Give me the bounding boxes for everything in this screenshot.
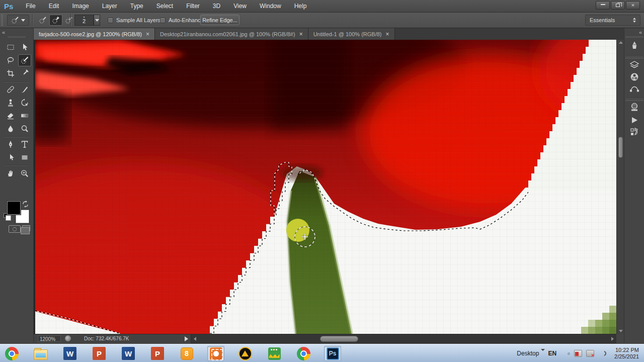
tool-crop[interactable] bbox=[4, 67, 17, 79]
canvas-area bbox=[34, 40, 616, 334]
taskbar-triangle-a[interactable] bbox=[236, 346, 254, 361]
horizontal-scrollbar[interactable] bbox=[191, 334, 616, 343]
close-button[interactable]: × bbox=[626, 1, 640, 10]
document-canvas[interactable] bbox=[35, 40, 616, 334]
status-flyout-icon[interactable] bbox=[185, 336, 188, 341]
device-tray-icon[interactable] bbox=[574, 350, 582, 357]
restore-button[interactable] bbox=[611, 1, 625, 10]
vertical-scroll-thumb[interactable] bbox=[618, 137, 623, 158]
menu-help[interactable]: Help bbox=[288, 0, 313, 13]
panel-color[interactable] bbox=[628, 71, 640, 82]
tab-close-icon[interactable]: × bbox=[299, 31, 303, 37]
tool-rectangular-marquee[interactable] bbox=[4, 41, 17, 53]
scroll-down-icon[interactable] bbox=[619, 330, 623, 332]
taskbar-word[interactable]: W bbox=[61, 346, 78, 361]
refine-edge-button[interactable]: Refine Edge... bbox=[200, 15, 239, 25]
zoom-level-field[interactable]: 1200% bbox=[38, 335, 61, 342]
workspace-switcher[interactable]: Essentials bbox=[585, 15, 640, 26]
scroll-left-icon[interactable] bbox=[194, 337, 196, 341]
menu-3d[interactable]: 3D bbox=[206, 0, 227, 13]
menu-select[interactable]: Select bbox=[150, 0, 180, 13]
panel-3d[interactable] bbox=[628, 102, 640, 113]
foreground-color-swatch[interactable] bbox=[7, 201, 21, 215]
restore-icon bbox=[616, 4, 620, 7]
auto-enhance-checkbox[interactable] bbox=[160, 18, 166, 23]
tool-pen[interactable] bbox=[4, 138, 17, 150]
menu-view[interactable]: View bbox=[227, 0, 253, 13]
taskbar-app-8[interactable]: 8 bbox=[178, 346, 195, 361]
tool-healing-brush[interactable] bbox=[4, 83, 17, 96]
volume-icon[interactable] bbox=[598, 350, 606, 357]
quick-mask-button[interactable] bbox=[9, 225, 21, 233]
sample-all-layers-checkbox[interactable] bbox=[108, 18, 113, 23]
network-disconnected-icon[interactable] bbox=[586, 350, 594, 357]
tool-history-brush[interactable] bbox=[18, 97, 31, 109]
taskbar-file-explorer[interactable] bbox=[32, 346, 49, 361]
desktop-toolbar[interactable]: Desktop bbox=[517, 350, 539, 357]
menu-window[interactable]: Window bbox=[253, 0, 288, 13]
tool-quick-selection[interactable] bbox=[18, 54, 31, 66]
tool-gradient[interactable] bbox=[18, 110, 31, 122]
system-tray bbox=[568, 350, 606, 357]
panel-actions[interactable] bbox=[628, 115, 640, 126]
toolbar-grip[interactable] bbox=[8, 36, 25, 38]
menu-edit[interactable]: Edit bbox=[42, 0, 66, 13]
hidden-icons-button[interactable] bbox=[568, 352, 570, 355]
taskbar-screen-capture[interactable] bbox=[207, 346, 224, 361]
taskbar-powerpoint-2[interactable]: P bbox=[149, 346, 166, 361]
menu-file[interactable]: File bbox=[19, 0, 42, 13]
tool-clone-stamp[interactable] bbox=[4, 97, 17, 109]
tool-preset-picker[interactable] bbox=[7, 15, 29, 26]
minimize-button[interactable] bbox=[596, 1, 610, 10]
scroll-up-icon[interactable] bbox=[619, 41, 623, 44]
vertical-scrollbar[interactable] bbox=[616, 40, 624, 334]
tool-blur[interactable] bbox=[4, 123, 17, 135]
taskbar-clock[interactable]: 10:22 PM 2/25/2021 bbox=[614, 347, 639, 360]
menu-type[interactable]: Type bbox=[124, 0, 150, 13]
tool-path-selection[interactable] bbox=[4, 151, 17, 163]
tool-eyedropper[interactable] bbox=[18, 67, 31, 79]
screen-mode-button[interactable] bbox=[22, 225, 30, 231]
tab-untitled-1[interactable]: Untitled-1 @ 100% (RGB/8) × bbox=[308, 28, 395, 40]
tab-iranbanou[interactable]: Desktop21iranbanou.com02061.jpg @ 100% (… bbox=[155, 28, 308, 40]
tool-eraser[interactable] bbox=[4, 110, 17, 122]
brush-size-dropdown-button[interactable] bbox=[94, 15, 100, 26]
add-to-selection-button[interactable] bbox=[49, 15, 62, 26]
swap-colors-icon[interactable] bbox=[22, 200, 30, 207]
tool-brush[interactable] bbox=[18, 83, 31, 96]
panel-history[interactable] bbox=[628, 127, 640, 138]
tool-lasso[interactable] bbox=[4, 54, 17, 66]
horizontal-scroll-thumb[interactable] bbox=[320, 336, 358, 342]
panel-brush[interactable] bbox=[628, 40, 640, 51]
scroll-right-icon[interactable] bbox=[611, 337, 614, 341]
tool-type[interactable] bbox=[18, 138, 31, 150]
subtract-from-selection-button[interactable] bbox=[62, 15, 75, 26]
tab-farjadco-rose[interactable]: farjadco-500-rose2.jpg @ 1200% (RGB/8) × bbox=[34, 28, 155, 40]
collapse-toolbar-icon[interactable]: « bbox=[2, 29, 5, 35]
tool-dodge[interactable] bbox=[18, 123, 31, 135]
powerpoint-icon: P bbox=[151, 347, 164, 360]
taskbar-photoshop[interactable]: Ps bbox=[324, 346, 341, 361]
menu-image[interactable]: Image bbox=[65, 0, 95, 13]
taskbar-green-app[interactable] bbox=[266, 346, 283, 361]
taskbar-word-2[interactable]: W bbox=[120, 346, 137, 361]
taskbar-powerpoint[interactable]: P bbox=[91, 346, 108, 361]
language-indicator[interactable]: EN bbox=[548, 350, 556, 357]
menu-layer[interactable]: Layer bbox=[96, 0, 124, 13]
tab-close-icon[interactable]: × bbox=[386, 31, 389, 37]
tool-move[interactable] bbox=[18, 41, 31, 53]
brush-size-field[interactable]: 2 bbox=[74, 15, 94, 26]
panel-paths[interactable] bbox=[628, 83, 640, 95]
taskbar-chrome[interactable] bbox=[295, 346, 312, 361]
auto-enhance-option[interactable]: Auto-Enhance bbox=[160, 15, 204, 26]
tool-shape[interactable] bbox=[18, 151, 31, 163]
tool-zoom[interactable] bbox=[18, 167, 31, 179]
panel-layers[interactable] bbox=[628, 59, 640, 70]
menu-filter[interactable]: Filter bbox=[180, 0, 206, 13]
new-selection-button[interactable] bbox=[36, 15, 49, 26]
collapse-dock-icon[interactable]: « bbox=[639, 29, 641, 35]
tool-hand[interactable] bbox=[4, 167, 17, 179]
sample-all-layers-option[interactable]: Sample All Layers bbox=[108, 15, 160, 26]
taskbar-chromium[interactable] bbox=[3, 346, 20, 361]
tab-close-icon[interactable]: × bbox=[146, 31, 149, 37]
